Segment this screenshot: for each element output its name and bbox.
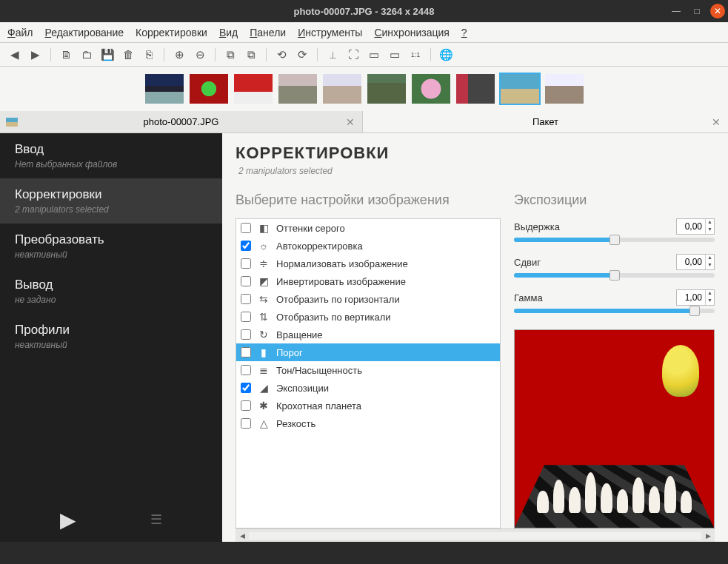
copy-icon[interactable]: ⧉ (223, 47, 238, 62)
thumbnail[interactable] (366, 73, 407, 105)
menu-adjust[interactable]: Корректировки (136, 27, 207, 38)
adjustment-row[interactable]: ≣Тон/Насыщенность (236, 361, 500, 379)
slider-track[interactable] (514, 238, 715, 242)
menu-sync[interactable]: Синхронизация (374, 27, 449, 38)
rotate-ccw-icon[interactable]: ⟲ (274, 47, 289, 62)
spin-up-icon[interactable]: ▲ (706, 255, 714, 262)
adjustment-label: Тон/Насыщенность (276, 365, 362, 376)
spin-down-icon[interactable]: ▼ (706, 298, 714, 305)
aspect2-icon[interactable]: ▭ (387, 47, 402, 62)
menu-file[interactable]: Файл (7, 27, 33, 38)
sidebar-item-output[interactable]: Вывод не задано (0, 269, 222, 314)
thumbnail[interactable] (544, 73, 585, 105)
thumbnail[interactable] (144, 73, 185, 105)
thumbnail[interactable] (410, 73, 452, 105)
adjustment-row[interactable]: ▮Порог (236, 343, 500, 361)
ratio-icon[interactable]: 1:1 (408, 47, 423, 62)
spin-up-icon[interactable]: ▲ (706, 290, 714, 298)
adjustment-checkbox[interactable] (241, 258, 251, 269)
slider-track[interactable] (514, 273, 715, 278)
sidebar-item-input[interactable]: Ввод Нет выбранных файлов (0, 133, 222, 178)
scroll-left-icon[interactable]: ◀ (236, 529, 249, 542)
tab-close-icon[interactable]: ✕ (346, 116, 355, 128)
menu-panels[interactable]: Панели (250, 27, 286, 38)
trash-icon[interactable]: 🗑 (121, 47, 136, 62)
paste-icon[interactable]: ⧉ (244, 47, 258, 62)
menu-view[interactable]: Вид (219, 27, 238, 38)
spinbox[interactable]: ▲▼ (676, 254, 715, 270)
adjustment-row[interactable]: ⇆Отобразить по горизонтали (236, 290, 500, 308)
adjustment-checkbox[interactable] (241, 329, 251, 340)
thumbnail[interactable] (233, 73, 274, 105)
spinbox-input[interactable] (677, 221, 705, 232)
spin-up-icon[interactable]: ▲ (706, 219, 714, 226)
save-icon[interactable]: 💾 (100, 47, 115, 62)
crop-icon[interactable]: ⟂ (325, 47, 340, 62)
adjustment-checkbox[interactable] (241, 347, 251, 357)
resize-icon[interactable]: ⛶ (346, 47, 361, 62)
adjustment-checkbox[interactable] (241, 400, 251, 411)
menu-tools[interactable]: Инструменты (298, 27, 362, 38)
sidebar-item-profiles[interactable]: Профили неактивный (0, 314, 222, 359)
tab-close-icon[interactable]: ✕ (712, 116, 721, 128)
spinbox-input[interactable] (677, 257, 705, 267)
adjustment-checkbox[interactable] (241, 241, 251, 251)
tab-file[interactable]: photo-00007.JPG ✕ (0, 111, 363, 132)
sidebar-item-adjustments[interactable]: Корректировки 2 manipulators selected (0, 178, 222, 224)
slider-thumb[interactable] (610, 235, 620, 245)
spin-down-icon[interactable]: ▼ (706, 226, 714, 234)
minimize-button[interactable]: — (669, 4, 684, 19)
horizontal-scrollbar[interactable]: ◀ ▶ (236, 528, 715, 542)
sidebar-item-transform[interactable]: Преобразовать неактивный (0, 224, 222, 269)
tab-row: photo-00007.JPG ✕ Пакет ✕ (0, 111, 728, 133)
list-icon[interactable]: ☰ (150, 511, 162, 528)
adjustments-list[interactable]: ◧Оттенки серого☼Автокорректировка≑Нормал… (236, 218, 501, 528)
adjustment-checkbox[interactable] (241, 223, 251, 233)
spin-down-icon[interactable]: ▼ (706, 262, 714, 269)
new-file-icon[interactable]: 🗎 (59, 47, 73, 62)
open-folder-icon[interactable]: 🗀 (79, 47, 94, 62)
aspect1-icon[interactable]: ▭ (367, 47, 381, 62)
forward-icon[interactable]: ▶ (28, 47, 43, 62)
adjustment-checkbox[interactable] (241, 312, 251, 322)
scroll-track[interactable] (249, 532, 701, 540)
back-icon[interactable]: ◀ (7, 47, 22, 62)
close-button[interactable]: ✕ (710, 4, 725, 19)
adjustment-row[interactable]: ◢Экспозиции (236, 379, 500, 397)
clone-icon[interactable]: ⎘ (141, 47, 156, 62)
adjustment-row[interactable]: ≑Нормализовать изображение (236, 255, 500, 272)
slider-thumb[interactable] (689, 306, 700, 316)
adjustment-row[interactable]: ⇅Отобразить по вертикали (236, 308, 500, 326)
adjustment-row[interactable]: ✱Крохотная планета (236, 397, 500, 414)
scroll-right-icon[interactable]: ▶ (701, 529, 715, 542)
adjustment-checkbox[interactable] (241, 276, 251, 286)
adjustment-checkbox[interactable] (241, 383, 251, 393)
rotate-cw-icon[interactable]: ⟳ (295, 47, 310, 62)
slider-track[interactable] (514, 309, 715, 313)
adjustment-row[interactable]: ↻Вращение (236, 326, 500, 343)
thumbnail[interactable] (455, 73, 496, 105)
menu-edit[interactable]: Редактирование (44, 27, 124, 38)
adjustment-row[interactable]: ◧Оттенки серого (236, 219, 500, 237)
adjustment-checkbox[interactable] (241, 294, 251, 304)
spinbox[interactable]: ▲▼ (676, 218, 715, 235)
slider-thumb[interactable] (610, 270, 620, 281)
tab-batch[interactable]: Пакет ✕ (363, 111, 728, 132)
play-icon[interactable]: ▶ (60, 508, 76, 532)
thumbnail[interactable] (277, 73, 318, 105)
zoom-in-icon[interactable]: ⊕ (172, 47, 187, 62)
zoom-out-icon[interactable]: ⊖ (193, 47, 207, 62)
adjustment-row[interactable]: △Резкость (236, 414, 500, 432)
thumbnail-selected[interactable] (499, 73, 541, 105)
adjustment-row[interactable]: ☼Автокорректировка (236, 237, 500, 255)
adjustment-row[interactable]: ◩Инвертировать изображение (236, 272, 500, 290)
thumbnail[interactable] (188, 73, 230, 105)
globe-icon[interactable]: 🌐 (438, 47, 453, 62)
spinbox-input[interactable] (677, 292, 705, 303)
menu-help[interactable]: ? (461, 27, 467, 38)
adjustment-checkbox[interactable] (241, 365, 251, 375)
thumbnail[interactable] (321, 73, 363, 105)
spinbox[interactable]: ▲▼ (676, 289, 715, 306)
maximize-button[interactable]: □ (689, 4, 704, 19)
adjustment-checkbox[interactable] (241, 418, 251, 429)
